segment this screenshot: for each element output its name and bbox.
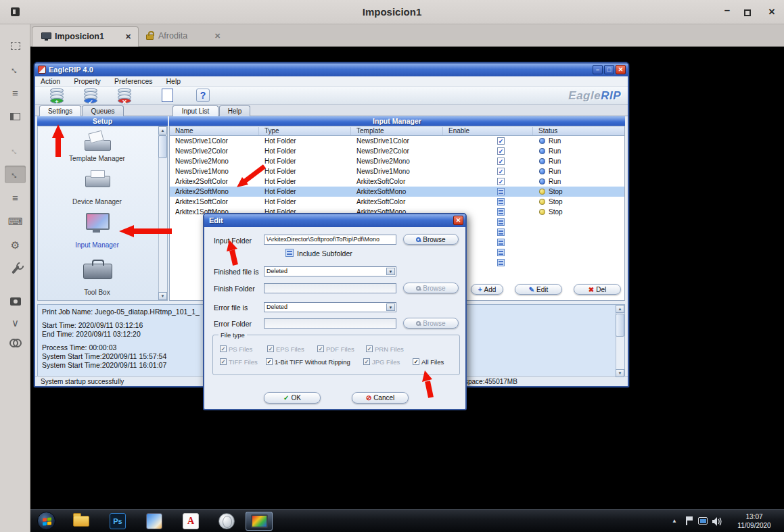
- tab-settings[interactable]: Settings: [39, 105, 81, 116]
- enable-checkbox[interactable]: ✓: [497, 147, 505, 155]
- cancel-button[interactable]: ⊘ Cancel: [352, 392, 409, 404]
- add-button[interactable]: + Add: [471, 284, 503, 295]
- settings-gear-icon[interactable]: ⚙: [0, 237, 30, 254]
- edit-button[interactable]: ✎ Edit: [515, 284, 562, 295]
- tab-afrodita[interactable]: Afrodita ✕: [140, 26, 229, 47]
- enable-checkbox[interactable]: [497, 228, 505, 236]
- tray-expand-icon[interactable]: ▲: [672, 518, 677, 524]
- side-panel-icon[interactable]: [0, 107, 30, 125]
- setup-scrollbar[interactable]: ▲ ▼: [158, 126, 167, 300]
- photoshop-taskbar-icon[interactable]: Ps: [110, 513, 126, 529]
- minimize-button[interactable]: –: [718, 0, 736, 24]
- input-folder-field[interactable]: \ArkitexDirector\Softproof\ToRip\Pdf\Mon…: [264, 235, 396, 245]
- checkbox-eps-files[interactable]: ✓EPS Files: [267, 345, 304, 353]
- table-row[interactable]: Arkitex2SoftColorHot FolderArkitexSoftCo…: [170, 176, 624, 187]
- eaglerip-titlebar[interactable]: EagleRIP 4.0 – □ ✕: [35, 64, 628, 76]
- close-button[interactable]: ✕: [763, 0, 781, 24]
- table-row[interactable]: Arkitex1SoftColorHot FolderArkitexSoftCo…: [170, 197, 624, 207]
- enable-input-toolbar-icon[interactable]: ✓: [83, 88, 100, 103]
- table-row[interactable]: Arkitex2SoftMonoHot FolderArkitexSoftMon…: [170, 187, 624, 197]
- document-toolbar-icon[interactable]: [162, 89, 173, 102]
- volume-speaker-icon[interactable]: [712, 516, 722, 529]
- enable-checkbox[interactable]: [497, 249, 505, 256]
- error-file-dropdown[interactable]: Deleted▼: [264, 302, 396, 312]
- dialog-titlebar[interactable]: Edit ✕: [204, 214, 465, 227]
- enable-checkbox[interactable]: ✓: [497, 158, 505, 165]
- enable-checkbox[interactable]: ✓: [497, 178, 505, 185]
- checkbox-jpg-files[interactable]: ✓JPG Files: [363, 358, 400, 366]
- menu-property[interactable]: Property: [74, 77, 101, 86]
- enable-checkbox[interactable]: [497, 198, 505, 205]
- log-scrollbar[interactable]: ▲ ▼: [616, 305, 624, 377]
- maximize-icon[interactable]: □: [604, 65, 614, 74]
- menu-action[interactable]: Action: [41, 77, 60, 86]
- collapse-chevron-icon[interactable]: ∨: [0, 314, 30, 332]
- pdf-reader-taskbar-icon[interactable]: A: [183, 513, 199, 529]
- scroll-up-icon[interactable]: ▲: [616, 305, 624, 313]
- checkbox-pdf-files[interactable]: ✓PDF Files: [317, 345, 354, 353]
- table-row[interactable]: NewsDrive2MonoHot FolderNewsDrive2Mono✓R…: [170, 156, 624, 166]
- enable-checkbox[interactable]: ✓: [497, 137, 505, 145]
- disconnect-icon[interactable]: [0, 333, 30, 350]
- explorer-taskbar-icon[interactable]: [73, 513, 89, 529]
- input-manager-icon[interactable]: [84, 213, 111, 233]
- screenshot-camera-icon[interactable]: [0, 293, 30, 310]
- keyboard-icon[interactable]: ⌨: [0, 213, 30, 231]
- scroll-down-icon[interactable]: ▼: [616, 369, 624, 377]
- dynamic-resolution-icon[interactable]: ↔: [5, 166, 26, 183]
- menu-help[interactable]: Help: [166, 77, 181, 86]
- setup-item-tool-box[interactable]: Tool Box: [38, 289, 156, 296]
- close-icon[interactable]: ✕: [453, 216, 463, 225]
- tab-queues[interactable]: Queues: [82, 105, 124, 116]
- close-icon[interactable]: ✕: [616, 65, 626, 74]
- menu-preferences[interactable]: Preferences: [114, 77, 153, 86]
- clock[interactable]: 13:07 11/09/2020: [729, 512, 780, 530]
- enable-checkbox[interactable]: [497, 259, 505, 266]
- enable-checkbox[interactable]: [497, 188, 505, 195]
- scroll-thumb[interactable]: [158, 135, 167, 158]
- tab-input-list[interactable]: Input List: [172, 105, 218, 116]
- browser-taskbar-icon[interactable]: [218, 513, 235, 529]
- scroll-down-icon[interactable]: ▼: [158, 292, 167, 300]
- help-toolbar-icon[interactable]: ?: [196, 89, 210, 102]
- tab-imposicion1[interactable]: Imposicion1 ✕: [32, 26, 139, 47]
- options-icon[interactable]: ≡: [0, 189, 30, 207]
- checkbox-prn-files[interactable]: ✓PRN Files: [366, 345, 404, 353]
- display-tray-icon[interactable]: [698, 517, 708, 525]
- image-viewer-taskbar-icon[interactable]: [146, 513, 162, 529]
- checkbox-all-files[interactable]: ✓All Files: [413, 358, 444, 366]
- chevron-down-icon[interactable]: ▼: [386, 304, 395, 311]
- table-row[interactable]: NewsDrive2ColorHot FolderNewsDrive2Color…: [170, 146, 624, 156]
- scroll-up-icon[interactable]: ▲: [158, 126, 167, 135]
- add-input-toolbar-icon[interactable]: +: [49, 88, 66, 103]
- tab-help[interactable]: Help: [219, 105, 250, 116]
- start-button[interactable]: [37, 512, 55, 530]
- browse-input-folder-button[interactable]: Browse: [403, 234, 459, 245]
- active-app-taskbar-button[interactable]: [246, 512, 273, 531]
- scale-icon[interactable]: ↔: [0, 61, 30, 78]
- enable-checkbox[interactable]: [497, 208, 505, 216]
- include-subfolder-checkbox[interactable]: [285, 249, 294, 257]
- template-manager-icon[interactable]: [84, 132, 111, 151]
- enable-checkbox[interactable]: [497, 218, 505, 226]
- menu-icon[interactable]: ≡: [0, 84, 30, 102]
- chevron-down-icon[interactable]: ▼: [386, 268, 395, 275]
- setup-item-template-manager[interactable]: Template Manager: [38, 155, 156, 162]
- finished-file-dropdown[interactable]: Deleted▼: [264, 266, 396, 276]
- checkbox-ps-files[interactable]: ✓PS Files: [220, 345, 252, 353]
- setup-item-input-manager[interactable]: Input Manager: [38, 241, 156, 249]
- tab-close-icon[interactable]: ✕: [214, 32, 221, 41]
- enable-checkbox[interactable]: ✓: [497, 168, 505, 175]
- tool-box-icon[interactable]: [83, 259, 112, 279]
- action-center-flag-icon[interactable]: [686, 516, 693, 525]
- checkbox-tiff-files[interactable]: ✓TIFF Files: [220, 358, 258, 366]
- tools-wrench-icon[interactable]: [0, 260, 30, 278]
- del-button[interactable]: ✖ Del: [574, 284, 621, 295]
- scroll-thumb[interactable]: [616, 314, 624, 337]
- checkbox-1bit-tiff[interactable]: ✓1-Bit TIFF Without Ripping: [266, 358, 350, 366]
- ok-button[interactable]: ✓ OK: [264, 392, 321, 404]
- tab-close-icon[interactable]: ✕: [125, 32, 131, 41]
- restore-button[interactable]: [744, 9, 751, 16]
- table-row[interactable]: NewsDrive1ColorHot FolderNewsDrive1Color…: [170, 136, 624, 146]
- delete-input-toolbar-icon[interactable]: ✕: [116, 88, 134, 103]
